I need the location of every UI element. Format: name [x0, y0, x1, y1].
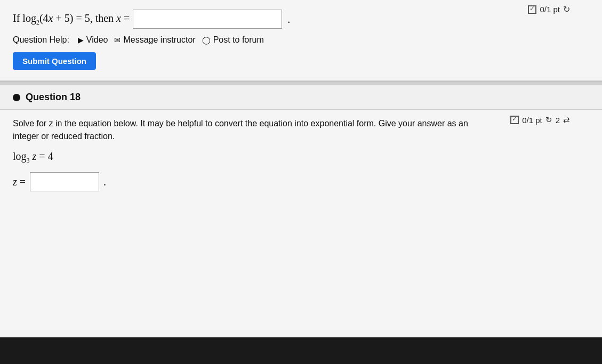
answer-input-q17[interactable]: [133, 10, 282, 29]
page: 0/1 pt ↻ If log2(4x + 5) = 5, then x = .…: [0, 0, 602, 364]
answer-input-q18[interactable]: [30, 172, 99, 191]
question-18-body: 0/1 pt ↻ 2 ⇄ Solve for z in the equation…: [0, 110, 602, 204]
question-help-q17: Question Help: ▶ Video ✉ Message instruc…: [13, 35, 589, 45]
question-18-title: Question 18: [26, 92, 81, 103]
video-icon: ▶: [78, 36, 84, 44]
question-18-header: Question 18: [0, 85, 602, 110]
q18-answer-line: z = .: [13, 172, 589, 191]
refresh-icon-q18[interactable]: ⇄: [563, 115, 570, 125]
message-icon: ✉: [114, 36, 121, 44]
submit-button-q17[interactable]: Submit Question: [13, 52, 96, 70]
score-text-q17: 0/1 pt: [540, 5, 560, 14]
answer-prefix-q18: z =: [13, 176, 26, 188]
score-badge-q17: 0/1 pt ↻: [528, 4, 570, 14]
check-icon-q17: [528, 5, 536, 14]
check-icon-q18: [510, 116, 519, 124]
score-text-q18: 0/1 pt: [522, 116, 542, 125]
q18-equation: log3 z = 4: [13, 150, 589, 165]
reset-icon-q17[interactable]: ↻: [563, 4, 570, 14]
forum-label: Post to forum: [213, 35, 264, 45]
video-help-link[interactable]: ▶ Video: [78, 35, 108, 45]
q18-description: Solve for z in the equation below. It ma…: [13, 117, 493, 143]
math-expression-q17: If log2(4x + 5) = 5, then x = .: [13, 10, 589, 29]
video-label: Video: [86, 35, 108, 45]
section-divider: [0, 81, 602, 85]
dot-q17: .: [287, 13, 290, 26]
score-badge-q18: 0/1 pt ↻ 2 ⇄: [510, 115, 570, 125]
dot-q18: .: [103, 176, 106, 188]
forum-icon: ◯: [202, 36, 211, 44]
attempts-q18: ↻: [545, 115, 552, 125]
math-prefix-q17: If log2(4x + 5) = 5, then x =: [13, 12, 130, 27]
question-dot-q18: [13, 94, 20, 101]
bottom-bar: [0, 337, 602, 364]
post-forum-link[interactable]: ◯ Post to forum: [202, 35, 264, 45]
message-instructor-link[interactable]: ✉ Message instructor: [114, 35, 195, 45]
help-label-q17: Question Help:: [13, 35, 69, 45]
question-17-block: 0/1 pt ↻ If log2(4x + 5) = 5, then x = .…: [0, 0, 602, 81]
message-label: Message instructor: [123, 35, 195, 45]
attempts-count-q18: 2: [556, 116, 560, 125]
